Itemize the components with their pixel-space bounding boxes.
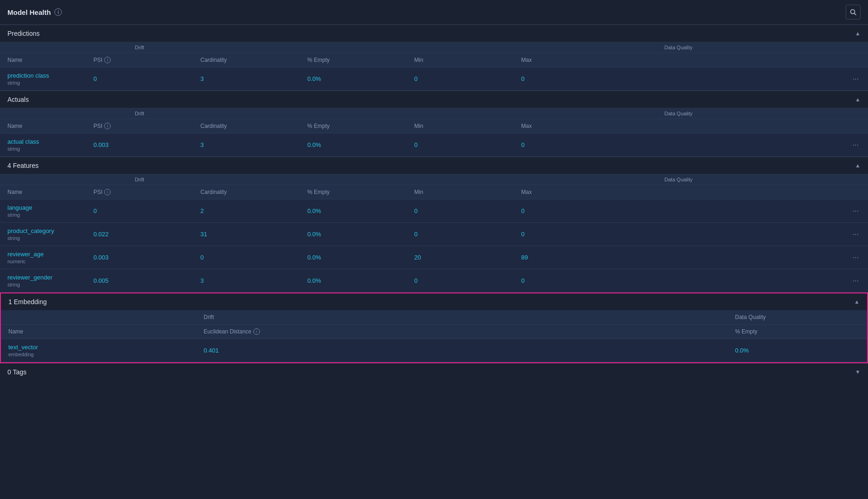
feature-language-actions: ··· <box>843 200 868 223</box>
feature-product-category-min-value: 0 <box>414 231 417 238</box>
features-dq-header-m <box>407 174 514 185</box>
actuals-empty-value: 0.0% <box>307 141 321 148</box>
predictions-chevron-icon: ▲ <box>855 30 861 37</box>
predictions-col-header: Name PSI i Cardinality % Empty Min Max <box>0 53 868 67</box>
actuals-col-actions <box>843 119 868 133</box>
svg-line-1 <box>855 13 856 15</box>
feature-language-type: string <box>7 212 79 218</box>
psi-info-icon-predictions[interactable]: i <box>104 57 111 63</box>
feature-language-cardinality-value: 2 <box>200 207 204 214</box>
embedding-section-header[interactable]: 1 Embedding ▲ <box>0 293 868 310</box>
actuals-group-header: Drift Data Quality <box>0 108 868 119</box>
feature-reviewer-age-actions: ··· <box>843 246 868 269</box>
predictions-dq-header-max: Data Quality <box>514 42 843 53</box>
psi-info-actuals: PSI i <box>93 123 111 129</box>
feature-product-category-more-button[interactable]: ··· <box>851 230 861 239</box>
feature-reviewer-gender-psi-value: 0.005 <box>93 277 109 284</box>
predictions-row-max: 0 <box>514 67 843 91</box>
actuals-col-name: Name <box>0 119 86 133</box>
feature-reviewer-age-max-value: 89 <box>521 254 528 261</box>
features-gh-name <box>0 174 86 185</box>
feature-product-category-name[interactable]: product_category <box>7 227 79 234</box>
table-row: prediction class string 0 3 0.0% 0 <box>0 67 868 91</box>
actuals-row-name-cell: actual class string <box>0 133 86 157</box>
embedding-dq-header: Data Quality <box>728 310 867 325</box>
psi-info-icon-features[interactable]: i <box>104 189 111 195</box>
feature-reviewer-gender-max-value: 0 <box>521 277 524 284</box>
predictions-row-name-cell: prediction class string <box>0 67 86 91</box>
embedding-col-header: Name Euclidean Distance i % Empty <box>1 325 867 339</box>
feature-language-min: 0 <box>407 200 514 223</box>
feature-product-category-cardinality-value: 31 <box>200 231 207 238</box>
embedding-row-name-cell: text_vector embedding <box>1 339 196 362</box>
feature-reviewer-age-cardinality: 0 <box>193 246 300 269</box>
feature-product-category-psi-value: 0.022 <box>93 231 109 238</box>
page-header: Model Health i <box>0 0 868 25</box>
feature-reviewer-gender-name[interactable]: reviewer_gender <box>7 274 79 281</box>
predictions-row-cardinality: 3 <box>193 67 300 91</box>
predictions-section: Predictions ▲ Drift Data Quality Name <box>0 25 868 91</box>
search-icon <box>850 9 856 15</box>
page-title-container: Model Health i <box>7 8 62 16</box>
predictions-dq-header-empty <box>300 42 407 53</box>
embedding-field-name[interactable]: text_vector <box>8 344 189 351</box>
feature-product-category-type: string <box>7 235 79 241</box>
psi-info-icon-actuals[interactable]: i <box>104 123 111 129</box>
actuals-row-actions: ··· <box>843 133 868 157</box>
actuals-drift-header: Drift <box>86 108 193 119</box>
feature-product-category-max-value: 0 <box>521 231 524 238</box>
predictions-dq-header-min <box>407 42 514 53</box>
feature-language-empty-value: 0.0% <box>307 207 321 214</box>
table-row: product_category string 0.022 31 0.0% 0 <box>0 223 868 246</box>
predictions-more-button[interactable]: ··· <box>851 75 861 83</box>
predictions-field-name[interactable]: prediction class <box>7 72 79 79</box>
embedding-row-empty: 0.0% <box>728 339 867 362</box>
feature-language-max: 0 <box>514 200 843 223</box>
predictions-col-actions <box>843 53 868 67</box>
predictions-title: Predictions <box>7 30 40 37</box>
predictions-group-header: Drift Data Quality <box>0 42 868 53</box>
actuals-chevron-icon: ▲ <box>855 96 861 103</box>
predictions-col-psi: PSI i <box>86 53 193 67</box>
features-dq-header-c <box>193 174 300 185</box>
feature-reviewer-gender-max: 0 <box>514 269 843 293</box>
search-button[interactable] <box>846 5 861 20</box>
euclidean-info-icon[interactable]: i <box>253 328 260 335</box>
feature-language-more-button[interactable]: ··· <box>851 207 861 215</box>
table-row: reviewer_gender string 0.005 3 0.0% 0 <box>0 269 868 293</box>
feature-product-category-name-cell: product_category string <box>0 223 86 246</box>
feature-reviewer-gender-empty-value: 0.0% <box>307 277 321 284</box>
feature-reviewer-age-more-button[interactable]: ··· <box>851 253 861 262</box>
feature-reviewer-gender-type: string <box>7 282 79 287</box>
features-col-header: Name PSI i Cardinality % Empty Min Max <box>0 185 868 200</box>
actuals-col-max: Max <box>514 119 843 133</box>
embedding-section: 1 Embedding ▲ Drift Data Quality Name Eu… <box>0 293 868 363</box>
feature-reviewer-age-name[interactable]: reviewer_age <box>7 251 79 258</box>
feature-reviewer-age-min: 20 <box>407 246 514 269</box>
header-info-icon[interactable]: i <box>54 8 62 16</box>
features-section-header[interactable]: 4 Features ▲ <box>0 157 868 174</box>
features-col-actions <box>843 185 868 200</box>
embedding-field-type: embedding <box>8 352 189 357</box>
feature-language-min-value: 0 <box>414 207 417 214</box>
predictions-field-type: string <box>7 80 79 86</box>
predictions-section-header[interactable]: Predictions ▲ <box>0 25 868 42</box>
feature-reviewer-age-empty: 0.0% <box>300 246 407 269</box>
features-col-max: Max <box>514 185 843 200</box>
tags-section: 0 Tags ▼ <box>0 363 868 380</box>
table-row: actual class string 0.003 3 0.0% 0 <box>0 133 868 157</box>
table-row: language string 0 2 0.0% 0 <box>0 200 868 223</box>
actuals-more-button[interactable]: ··· <box>851 141 861 149</box>
actuals-col-header: Name PSI i Cardinality % Empty Min Max <box>0 119 868 133</box>
features-col-psi: PSI i <box>86 185 193 200</box>
features-chevron-icon: ▲ <box>855 162 861 169</box>
embedding-group-header: Drift Data Quality <box>1 310 867 325</box>
feature-language-name[interactable]: language <box>7 204 79 211</box>
actuals-section-header[interactable]: Actuals ▲ <box>0 91 868 108</box>
embedding-col-empty: % Empty <box>728 325 867 339</box>
actuals-row-psi: 0.003 <box>86 133 193 157</box>
feature-reviewer-gender-more-button[interactable]: ··· <box>851 277 861 285</box>
predictions-drift-header: Drift <box>86 42 193 53</box>
features-drift-header: Drift <box>86 174 193 185</box>
actuals-field-name[interactable]: actual class <box>7 138 79 145</box>
